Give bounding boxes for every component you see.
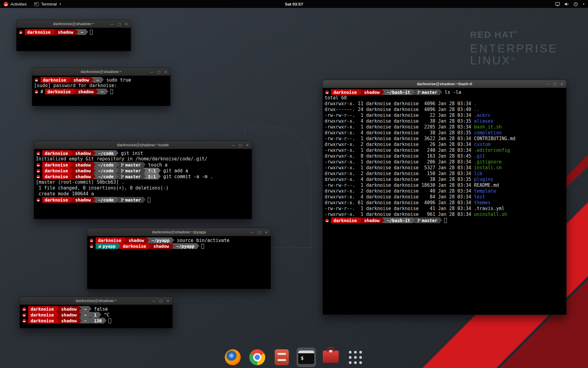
prompt-segment-path: ~	[81, 306, 89, 312]
top-bar: Activities Terminal ▾ Sat 03:57 ▾	[0, 0, 588, 8]
minimize-button[interactable]: —	[546, 82, 549, 86]
dock-terminal[interactable]	[297, 348, 316, 367]
powerline-arrow-icon	[149, 243, 151, 249]
terminal-line: drwxrwxr-x. 2 darknoise darknoise 40 Jan…	[325, 188, 564, 194]
window-titlebar[interactable]: darknoise@shadow:~/bash-it — □ ×	[323, 80, 566, 88]
powerline-arrow-icon	[96, 89, 98, 94]
terminal-line: -rwxrwxr-x. 1 darknoise darknoise 206 Ja…	[325, 159, 564, 165]
window-titlebar[interactable]: darknoise@shadow:~/code — □ ×	[34, 141, 252, 149]
maximize-button[interactable]: □	[159, 299, 162, 303]
maximize-button[interactable]: □	[157, 70, 160, 74]
power-icon	[573, 2, 578, 6]
prompt-segment-git: master	[119, 168, 143, 174]
chrome-icon	[249, 349, 265, 365]
terminal-line: drwxrwxr-x. 4 darknoise darknoise 38 Jan…	[325, 177, 564, 182]
terminal-line: total 68	[325, 95, 564, 101]
powerline-arrow-icon	[143, 174, 146, 179]
dock-toolbox[interactable]	[321, 348, 340, 367]
terminal-window-code[interactable]: darknoise@shadow:~/code — □ × darknoises…	[34, 141, 252, 219]
terminal-line: drwxrwxr-x. 4 darknoise darknoise 38 Jan…	[325, 130, 564, 136]
minimize-button[interactable]: —	[110, 22, 114, 26]
file-name: .ackrc	[474, 113, 491, 118]
terminal-line: -rw-rw-r--. 1 darknoise darknoise 18630 …	[325, 182, 564, 188]
minimize-button[interactable]: —	[150, 70, 153, 74]
terminal-line: drwx------. 24 darknoise darknoise 4096 …	[325, 107, 564, 113]
terminal-content[interactable]: darknoiseshadow~/codegit initInitialized…	[34, 149, 252, 219]
command-text: source bin/activate	[174, 237, 229, 243]
powerline-arrow-icon	[440, 217, 442, 223]
terminal-content[interactable]: darknoiseshadow~/pyappsource bin/activat…	[87, 236, 271, 289]
powerline-arrow-icon	[53, 29, 55, 35]
activities-button[interactable]: Activities	[0, 0, 30, 8]
prompt-segment-exit: 1	[92, 312, 99, 318]
window-titlebar[interactable]: darknoise@shadow:~/pyapp — □ ×	[87, 228, 271, 236]
prompt-segment-status: S:1	[146, 174, 158, 179]
terminal-content[interactable]: darknoiseshadow~	[17, 28, 131, 51]
app-menu-terminal[interactable]: Terminal ▾	[30, 0, 65, 8]
terminal-window-home-2[interactable]: darknoise@shadow:~ — □ × darknoiseshadow…	[20, 297, 173, 328]
terminal-content[interactable]: darknoiseshadow~/bash-itmasterls -latota…	[323, 88, 566, 315]
system-menu[interactable]: ▾	[551, 0, 588, 8]
branding-redhat: RED HAT®	[470, 29, 558, 40]
powerline-arrow-icon	[158, 174, 161, 179]
dock-app-grid[interactable]	[346, 348, 365, 367]
maximize-button[interactable]: □	[239, 144, 242, 147]
terminal-line: darknoiseshadow~/codegit init	[36, 150, 250, 156]
terminal-line: -rwxrwxr-x. 1 darknoise darknoise 2205 J…	[325, 124, 564, 130]
close-button[interactable]: ×	[560, 82, 563, 86]
powerline-arrow-icon	[69, 77, 71, 82]
prompt-segment-path: ~	[81, 318, 89, 324]
redhat-prompt-icon	[36, 175, 40, 178]
terminal-line: -rwxrwxr-x. 1 darknoise darknoise 240 Ja…	[325, 148, 564, 153]
terminal-line: darknoiseshadow~/codemaster	[36, 197, 250, 203]
terminal-window-bash-it[interactable]: darknoise@shadow:~/bash-it — □ × darknoi…	[322, 80, 567, 315]
terminal-line: -rw-rw-r--. 1 darknoise darknoise 3622 J…	[325, 136, 564, 142]
python-icon	[98, 245, 101, 248]
dock	[223, 348, 365, 367]
command-text: git init	[119, 150, 143, 156]
terminal-window-sudo[interactable]: darknoise@shadow:~ — □ × darknoiseshadow…	[32, 67, 171, 106]
app-menu-label: Terminal	[41, 2, 57, 6]
minimize-button[interactable]: —	[152, 299, 155, 303]
minimize-button[interactable]: —	[250, 231, 254, 234]
rhel-branding: RED HAT® ENTERPRISE LINUX®	[470, 29, 558, 67]
maximize-button[interactable]: □	[553, 82, 556, 86]
terminal-line: darknoiseshadow~/codemasterS:1git commit…	[36, 174, 250, 179]
maximize-button[interactable]: □	[118, 22, 121, 26]
terminal-window-pyapp[interactable]: darknoise@shadow:~/pyapp — □ × darknoise…	[87, 228, 271, 289]
file-name: lib	[474, 171, 482, 176]
prompt-segment-user: darknoise	[42, 150, 70, 156]
prompt-segment-host: shadow	[73, 197, 93, 203]
close-button[interactable]: ×	[125, 22, 128, 26]
prompt-segment-host: shadow	[126, 237, 147, 243]
dock-firefox[interactable]	[223, 348, 242, 367]
window-titlebar[interactable]: darknoise@shadow:~ — □ ×	[32, 68, 170, 76]
powerline-arrow-icon	[382, 217, 384, 223]
powerline-arrow-icon	[93, 168, 96, 173]
prompt-segment-host: shadow	[73, 174, 93, 179]
prompt-segment-exit: 130	[92, 318, 104, 324]
terminal-line: darknoiseshadow~/pyappsource bin/activat…	[89, 237, 269, 243]
file-name: aliases	[474, 118, 493, 124]
close-button[interactable]: ×	[164, 70, 167, 74]
git-branch-icon	[417, 90, 420, 94]
close-button[interactable]: ×	[265, 231, 268, 234]
close-button[interactable]: ×	[167, 299, 169, 303]
window-titlebar[interactable]: darknoise@shadow:~ — □ ×	[17, 20, 131, 28]
prompt-segment-venv: pyapp	[96, 243, 118, 249]
terminal-window-home-1[interactable]: darknoise@shadow:~ — □ × darknoiseshadow…	[16, 20, 131, 51]
window-titlebar[interactable]: darknoise@shadow:~ — □ ×	[20, 297, 172, 305]
terminal-content[interactable]: darknoiseshadow~sudo true[sudo] password…	[32, 76, 170, 106]
prompt-segment-user: darknoise	[40, 77, 69, 83]
dock-chrome[interactable]	[248, 348, 267, 367]
dock-files[interactable]	[272, 348, 291, 367]
maximize-button[interactable]: □	[258, 231, 261, 234]
minimize-button[interactable]: —	[231, 144, 235, 147]
clock[interactable]: Sat 03:57	[285, 2, 303, 6]
terminal-content[interactable]: darknoiseshadow~falsedarknoiseshadow~1^C…	[20, 305, 172, 328]
terminal-cursor	[148, 197, 150, 202]
file-name: template	[474, 188, 496, 194]
chevron-down-icon: ▾	[59, 2, 61, 6]
powerline-arrow-icon	[413, 217, 415, 223]
close-button[interactable]: ×	[246, 144, 249, 147]
